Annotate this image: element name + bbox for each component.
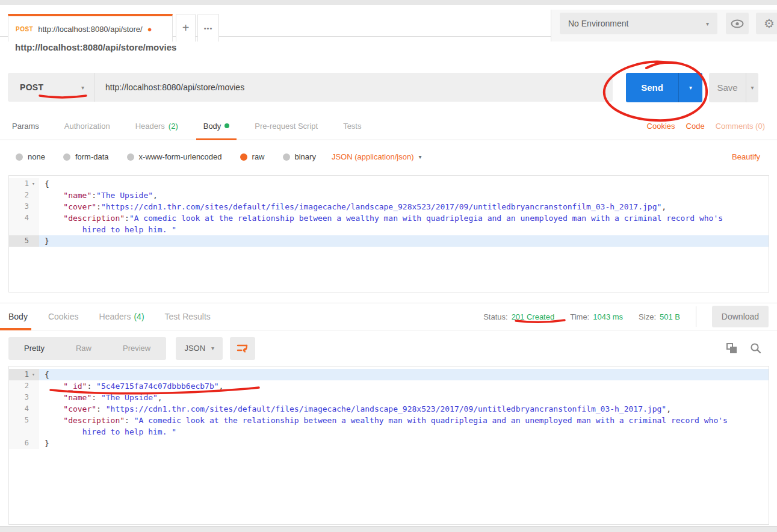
send-button[interactable]: Send ▾ xyxy=(626,73,702,102)
token-pun: , xyxy=(219,382,224,391)
bottom-status-strip xyxy=(0,526,777,532)
unsaved-dot-icon: ● xyxy=(147,25,152,34)
token-pun: : xyxy=(125,416,134,425)
save-button-label[interactable]: Save xyxy=(709,73,746,102)
line-number-gutter: 5 xyxy=(9,415,39,426)
token-str: hired to help him. " xyxy=(82,427,177,436)
tab-headers[interactable]: Headers (2) xyxy=(135,112,178,140)
token-pun: , xyxy=(666,404,671,413)
line-number-gutter: 3 xyxy=(9,201,39,212)
code-text: "description": "A comedic look at the re… xyxy=(39,415,769,426)
code-line: 3 "cover":"https://cdn1.thr.com/sites/de… xyxy=(9,201,769,212)
response-tab-test-results[interactable]: Test Results xyxy=(165,303,211,330)
request-url-input[interactable]: http://localhost:8080/api/store/movies xyxy=(94,82,613,92)
content-type-selector[interactable]: JSON (application/json) ▾ xyxy=(332,152,422,161)
cookies-link[interactable]: Cookies xyxy=(647,122,675,131)
method-selector[interactable]: POST ▾ xyxy=(8,73,94,102)
token-ind xyxy=(45,404,63,413)
size-value: 501 B xyxy=(660,312,680,321)
tab-options-button[interactable]: ••• xyxy=(197,14,219,42)
token-str: "The Upside" xyxy=(101,393,158,402)
chevron-down-icon: ▾ xyxy=(751,84,754,91)
token-str: "https://cdn1.thr.com/sites/default/file… xyxy=(101,202,661,211)
tab-authorization[interactable]: Authorization xyxy=(64,112,110,140)
body-mode-form-data[interactable]: form-data xyxy=(63,152,109,161)
code-line: 4 "cover": "https://cdn1.thr.com/sites/d… xyxy=(9,403,769,415)
tab-body[interactable]: Body xyxy=(203,112,230,140)
search-response-button[interactable] xyxy=(750,342,761,354)
fold-arrow-icon[interactable]: ▾ xyxy=(30,178,37,190)
chevron-down-icon: ▾ xyxy=(81,84,84,91)
radio-icon xyxy=(16,153,23,161)
response-tab-headers[interactable]: Headers (4) xyxy=(99,303,144,330)
code-line: 1▾{ xyxy=(9,369,769,380)
token-str: hired to help him. " xyxy=(82,225,177,234)
body-mode-binary[interactable]: binary xyxy=(283,152,316,161)
token-pun: , xyxy=(158,393,163,402)
size-label: Size: xyxy=(639,312,656,321)
token-ind xyxy=(45,427,82,436)
tab-pre-request-script[interactable]: Pre-request Script xyxy=(255,112,318,140)
response-tab-cookies[interactable]: Cookies xyxy=(48,303,79,330)
line-number: 5 xyxy=(25,415,29,426)
body-mode-none[interactable]: none xyxy=(16,152,45,161)
beautify-link[interactable]: Beautify xyxy=(732,152,760,161)
body-mode-urlencoded[interactable]: x-www-form-urlencoded xyxy=(127,152,222,161)
save-options-caret[interactable]: ▾ xyxy=(746,73,758,102)
code-text: hired to help him. " xyxy=(39,224,769,235)
response-tab-body[interactable]: Body xyxy=(8,303,28,330)
open-request-tab[interactable]: POST http://localhost:8080/api/store/ ● xyxy=(8,14,173,42)
wrap-text-button[interactable] xyxy=(230,337,255,360)
line-number: 1 xyxy=(25,178,29,190)
new-tab-button[interactable]: + xyxy=(176,14,196,42)
send-options-caret[interactable]: ▾ xyxy=(678,73,702,102)
chevron-down-icon: ▾ xyxy=(418,153,421,160)
save-button[interactable]: Save ▾ xyxy=(709,73,758,102)
line-number-gutter: 5 xyxy=(9,235,39,247)
line-number: 4 xyxy=(25,212,29,224)
code-line: 3 "name": "The Upside", xyxy=(9,392,769,403)
view-raw[interactable]: Raw xyxy=(60,344,107,353)
status-label: Status: xyxy=(483,312,507,321)
code-line: hired to help him. " xyxy=(9,224,769,235)
environment-selector[interactable]: No Environment ▾ xyxy=(560,13,717,34)
line-number: 3 xyxy=(25,392,29,403)
token-pun: } xyxy=(45,237,49,246)
line-number: 5 xyxy=(25,235,29,247)
radio-icon xyxy=(283,153,290,161)
code-line: 5} xyxy=(9,235,769,247)
postman-app: POST http://localhost:8080/api/store/ ● … xyxy=(0,0,777,532)
headers-count-badge: (2) xyxy=(169,122,178,131)
body-has-content-dot xyxy=(224,123,229,128)
view-preview[interactable]: Preview xyxy=(107,344,166,353)
token-pun: : xyxy=(125,214,129,223)
tab-params[interactable]: Params xyxy=(12,112,39,140)
line-number-gutter: 2 xyxy=(9,190,39,201)
request-tab-bar: POST http://localhost:8080/api/store/ ● … xyxy=(0,5,777,37)
code-text: "cover":"https://cdn1.thr.com/sites/defa… xyxy=(39,201,769,212)
view-pretty[interactable]: Pretty xyxy=(8,344,60,353)
copy-response-button[interactable] xyxy=(726,343,737,353)
token-str: "5c4e715fa74c07dbbb6ecb7b" xyxy=(96,382,219,391)
body-mode-raw[interactable]: raw xyxy=(240,152,265,161)
token-ind xyxy=(45,191,63,200)
environment-quick-look-button[interactable] xyxy=(726,13,749,34)
token-pun: : xyxy=(96,202,101,211)
radio-icon xyxy=(127,153,134,161)
request-body-editor[interactable]: 1▾{2 "name":"The Upside",3 "cover":"http… xyxy=(8,175,769,292)
download-button[interactable]: Download xyxy=(712,306,769,327)
comments-link[interactable]: Comments (0) xyxy=(716,122,765,131)
radio-icon xyxy=(63,153,70,161)
response-body-editor[interactable]: 1▾{2 "_id": "5c4e715fa74c07dbbb6ecb7b",3… xyxy=(8,366,769,525)
token-key: "name" xyxy=(63,393,91,402)
tab-method-badge: POST xyxy=(16,26,33,32)
tab-tests[interactable]: Tests xyxy=(343,112,361,140)
fold-arrow-icon[interactable]: ▾ xyxy=(30,369,37,380)
code-link[interactable]: Code xyxy=(686,122,705,131)
token-str: "A comedic look at the relationship betw… xyxy=(134,416,728,425)
token-key: "cover" xyxy=(63,404,96,413)
response-format-selector[interactable]: JSON ▾ xyxy=(176,337,223,360)
send-button-label[interactable]: Send xyxy=(626,73,678,102)
settings-button[interactable]: ⚙ xyxy=(756,13,777,34)
token-pun: , xyxy=(661,202,666,211)
